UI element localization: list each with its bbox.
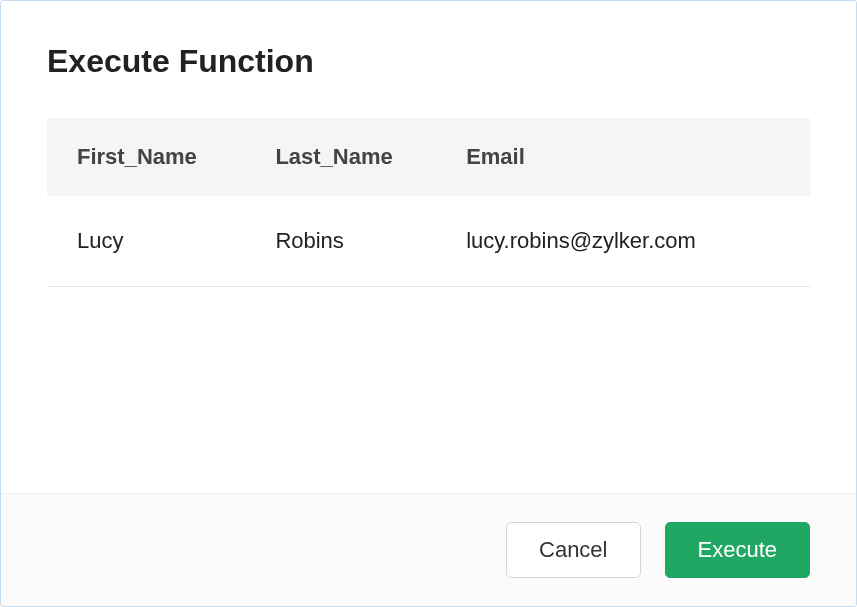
table-header-first-name: First_Name <box>47 118 245 196</box>
dialog-footer: Cancel Execute <box>1 493 856 606</box>
cancel-button[interactable]: Cancel <box>506 522 640 578</box>
execute-button[interactable]: Execute <box>665 522 811 578</box>
cell-last-name: Robins <box>245 196 436 287</box>
function-parameters-table: First_Name Last_Name Email Lucy Robins l… <box>47 118 810 287</box>
table-header-email: Email <box>436 118 810 196</box>
table-header-last-name: Last_Name <box>245 118 436 196</box>
dialog-body: Execute Function First_Name Last_Name Em… <box>1 1 856 493</box>
table-header-row: First_Name Last_Name Email <box>47 118 810 196</box>
table-row: Lucy Robins lucy.robins@zylker.com <box>47 196 810 287</box>
cell-email: lucy.robins@zylker.com <box>436 196 810 287</box>
execute-function-dialog: Execute Function First_Name Last_Name Em… <box>0 0 857 607</box>
dialog-title: Execute Function <box>47 43 810 80</box>
cell-first-name: Lucy <box>47 196 245 287</box>
